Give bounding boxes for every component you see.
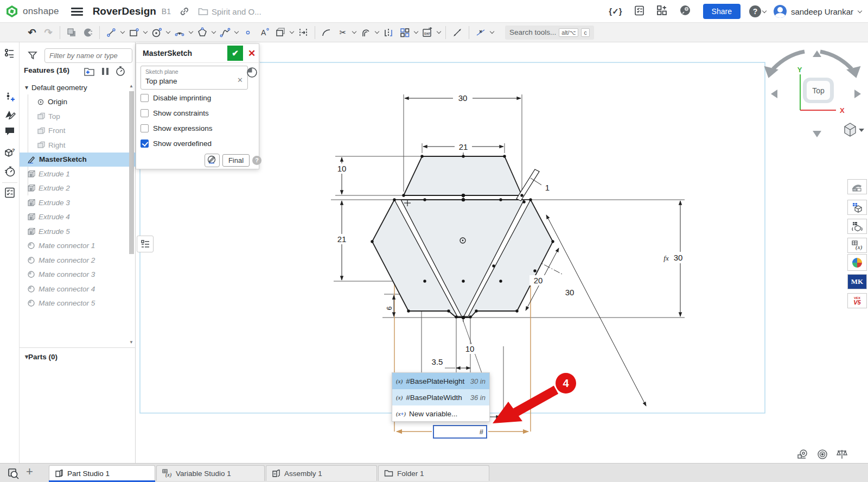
final-button[interactable]: Final — [222, 154, 250, 167]
link-icon[interactable] — [180, 7, 189, 16]
measure-tool-icon[interactable] — [450, 25, 464, 40]
view-options-caret-icon[interactable] — [859, 129, 864, 132]
tree-item-extrude-5[interactable]: Extrude 5 — [20, 224, 136, 239]
scroll-down-icon[interactable]: ▼ — [129, 340, 133, 345]
filter-icon[interactable] — [27, 50, 38, 61]
app-pinwheel-button[interactable] — [847, 254, 867, 271]
tree-scrollbar[interactable] — [129, 91, 134, 254]
new-variable-option[interactable]: (x+) New variable... — [392, 405, 489, 422]
tab-folder-1[interactable]: Folder 1 — [378, 465, 489, 481]
checkbox-icon[interactable] — [141, 124, 149, 132]
add-folder-icon[interactable] — [84, 67, 95, 77]
accept-button[interactable]: ✔ — [227, 46, 243, 61]
arc-tool-icon[interactable] — [173, 25, 187, 40]
app-mk-button[interactable]: MK — [847, 274, 867, 289]
folder-icon[interactable] — [198, 7, 208, 16]
rectangle-tool-icon[interactable] — [127, 25, 141, 40]
feature-table-panel-button[interactable] — [847, 219, 867, 234]
part-query-icon[interactable]: ? — [4, 147, 16, 159]
text-tool-icon[interactable]: A — [257, 25, 271, 40]
linear-pattern-icon[interactable] — [398, 25, 412, 40]
rotate-up-icon[interactable] — [813, 50, 821, 57]
tree-item-mate-connector-5[interactable]: Mate connector 5 — [20, 296, 136, 311]
main-menu-button[interactable] — [71, 6, 83, 17]
canvas-list-toggle-button[interactable] — [137, 236, 154, 252]
document-title[interactable]: RoverDesign — [93, 5, 156, 17]
offset-entity-caret-icon[interactable] — [375, 29, 379, 34]
spline-tool-icon[interactable] — [218, 25, 232, 40]
sketch-fillet-region-icon[interactable] — [81, 25, 95, 40]
rotate-right-icon[interactable] — [854, 90, 861, 98]
insert-mate-connector-icon[interactable] — [4, 91, 16, 103]
mate-connector-icon[interactable] — [246, 67, 258, 78]
feature-list-icon[interactable] — [4, 48, 16, 60]
rotate-right-arrow[interactable] — [820, 52, 852, 69]
spline-tool-caret-icon[interactable] — [234, 29, 239, 34]
tree-item-extrude-4[interactable]: Extrude 4 — [20, 210, 136, 225]
sketch-fillet-icon[interactable] — [320, 25, 334, 40]
help-icon[interactable]: ? — [749, 5, 761, 17]
view-cube[interactable]: Y X Top — [757, 46, 868, 141]
comment-icon[interactable] — [4, 125, 16, 137]
sketch-profile[interactable] — [372, 156, 553, 318]
tree-item-right-plane[interactable]: Right — [20, 138, 136, 153]
tree-item-mastersketch[interactable]: MasterSketch — [20, 153, 136, 167]
mass-properties-icon[interactable] — [816, 448, 829, 460]
versions-history-icon[interactable] — [634, 5, 644, 18]
tree-item-mate-connector-1[interactable]: Mate connector 1 — [20, 239, 136, 253]
checkbox-icon[interactable] — [141, 94, 149, 102]
circle-tool-caret-icon[interactable] — [166, 29, 170, 34]
rotate-down-icon[interactable] — [813, 131, 821, 137]
mirror-tool-icon[interactable] — [381, 25, 395, 40]
search-tools-field[interactable]: Search tools... alt/⌥ c — [505, 26, 594, 40]
arc-tool-caret-icon[interactable] — [189, 29, 193, 34]
tree-item-extrude-1[interactable]: Extrude 1 — [20, 167, 136, 181]
use-project-caret-icon[interactable] — [290, 29, 294, 34]
checkbox-show-overdefined[interactable]: Show overdefined — [141, 139, 212, 148]
onshape-logo-icon[interactable] — [5, 5, 18, 18]
tree-item-mate-connector-2[interactable]: Mate connector 2 — [20, 253, 136, 268]
parts-section-header[interactable]: ▾ Parts (0) — [20, 350, 136, 364]
construction-caret-icon[interactable] — [490, 29, 494, 34]
rollback-icon[interactable] — [115, 66, 126, 77]
feature-script-icon[interactable]: {✓} — [609, 7, 622, 16]
chevron-down-icon[interactable]: ▾ — [25, 84, 28, 91]
sketch-view-mode-button[interactable] — [205, 154, 220, 167]
performance-icon[interactable] — [4, 166, 16, 177]
dialog-help-icon[interactable]: ? — [252, 156, 261, 165]
checkbox-checked-icon[interactable] — [141, 139, 149, 148]
user-menu-caret-icon[interactable] — [858, 8, 862, 12]
tree-item-top-plane[interactable]: Top — [20, 109, 136, 124]
tape-measure-icon[interactable] — [796, 448, 809, 460]
undo-button[interactable]: ↶ — [25, 25, 39, 40]
polygon-tool-caret-icon[interactable] — [212, 29, 216, 34]
variable-option-baseplatewidth[interactable]: (x) #BasePlateWidth 36 in — [392, 389, 489, 405]
user-avatar[interactable] — [774, 5, 787, 18]
import-dxf-icon[interactable]: DXF — [420, 25, 435, 40]
offset-tool-icon[interactable] — [296, 25, 310, 40]
scale-icon[interactable] — [835, 448, 848, 460]
line-tool-icon[interactable] — [104, 25, 118, 40]
follow-mode-icon[interactable] — [4, 187, 16, 199]
construction-tool-icon[interactable] — [474, 25, 488, 40]
filter-input[interactable] — [44, 48, 132, 63]
trim-tool-caret-icon[interactable] — [352, 29, 356, 34]
rotate-left-icon[interactable] — [771, 90, 777, 98]
learning-center-icon[interactable] — [679, 4, 691, 18]
redo-button[interactable]: ↷ — [41, 25, 55, 40]
tree-item-extrude-3[interactable]: Extrude 3 — [20, 195, 136, 210]
tree-item-mate-connector-4[interactable]: Mate connector 4 — [20, 282, 136, 296]
offset-entity-icon[interactable] — [359, 25, 373, 40]
import-dxf-caret-icon[interactable] — [437, 29, 441, 34]
tab-part-studio-1[interactable]: Part Studio 1 — [49, 465, 155, 481]
add-tab-button[interactable]: + — [26, 465, 33, 479]
blade-slot[interactable] — [516, 169, 539, 201]
clear-selection-icon[interactable]: ✕ — [237, 76, 243, 84]
tab-variable-studio-1[interactable]: (x) Variable Studio 1 — [156, 465, 265, 481]
workspace-breadcrumb[interactable]: Spirit and O... — [212, 7, 261, 16]
tree-item-front-plane[interactable]: Front — [20, 124, 136, 138]
dimension-value-input[interactable] — [433, 425, 487, 439]
tree-item-origin[interactable]: Origin — [20, 95, 136, 110]
share-button[interactable]: Share — [703, 4, 741, 19]
checkbox-show-constraints[interactable]: Show constraints — [141, 109, 209, 117]
